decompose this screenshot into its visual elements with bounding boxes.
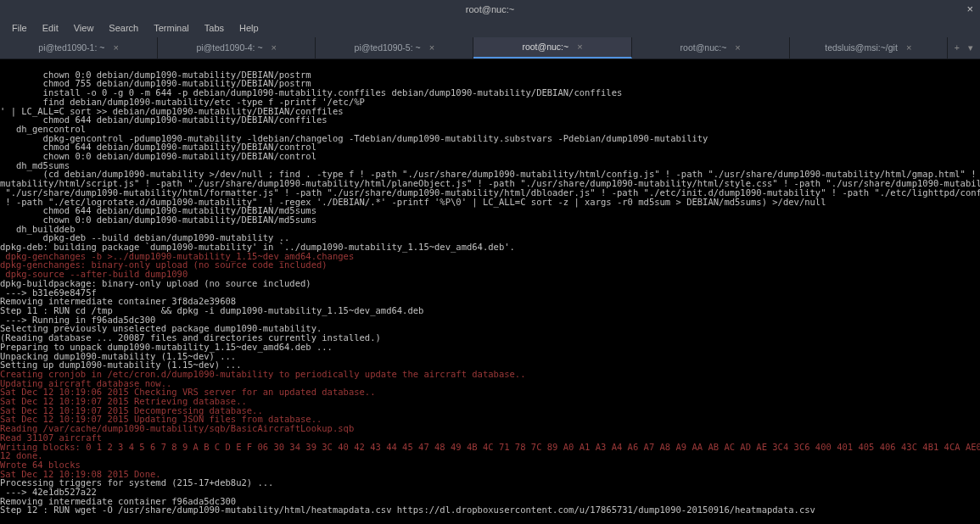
- terminal-line: 12 done.: [0, 451, 980, 460]
- tab-close-icon[interactable]: ×: [906, 42, 911, 53]
- tab-label: pi@ted1090-4: ~: [196, 42, 262, 54]
- tab-controls: +▾: [948, 37, 980, 59]
- menu-view[interactable]: View: [67, 20, 101, 36]
- tab-5[interactable]: tedsluis@msi:~/git×: [790, 37, 948, 59]
- new-tab-icon[interactable]: +: [955, 42, 960, 54]
- tab-close-icon[interactable]: ×: [735, 42, 740, 53]
- terminal-output[interactable]: chown 0:0 debian/dump1090-mutability/DEB…: [0, 59, 980, 524]
- terminal-line: chown 0:0 debian/dump1090-mutability/DEB…: [0, 152, 980, 161]
- tab-bar: pi@ted1090-1: ~×pi@ted1090-4: ~×pi@ted10…: [0, 37, 980, 59]
- tab-3[interactable]: root@nuc:~×: [473, 37, 631, 59]
- tab-label: tedsluis@msi:~/git: [825, 42, 898, 54]
- tab-label: pi@ted1090-5: ~: [355, 42, 421, 54]
- terminal-line: "./usr/share/dump1090-mutability/html/fo…: [0, 188, 980, 198]
- menu-search[interactable]: Search: [102, 20, 145, 36]
- tab-label: root@nuc:~: [680, 42, 727, 54]
- tab-label: pi@ted1090-1: ~: [38, 42, 104, 54]
- terminal-line: chown 0:0 debian/dump1090-mutability/DEB…: [0, 215, 980, 225]
- tab-close-icon[interactable]: ×: [113, 42, 118, 53]
- tab-1[interactable]: pi@ted1090-4: ~×: [158, 37, 316, 59]
- close-icon[interactable]: ×: [966, 3, 973, 17]
- window-titlebar: root@nuc:~ ×: [0, 0, 980, 19]
- tab-dropdown-icon[interactable]: ▾: [968, 42, 973, 54]
- terminal-line: chmod 644 debian/dump1090-mutability/DEB…: [0, 115, 980, 125]
- menu-edit[interactable]: Edit: [36, 20, 65, 36]
- menu-file[interactable]: File: [5, 20, 34, 36]
- menu-help[interactable]: Help: [232, 20, 266, 36]
- terminal-line: Reading /var/cache/dump1090-mutability/s…: [0, 424, 980, 433]
- tab-close-icon[interactable]: ×: [429, 42, 434, 53]
- terminal-line: Creating cronjob in /etc/cron.d/dump1090…: [0, 370, 980, 379]
- terminal-line: Step 12 : RUN wget -O /usr/share/dump109…: [0, 505, 980, 515]
- terminal-line: Writing blocks: 0 1 2 3 4 5 6 7 8 9 A B …: [0, 443, 980, 452]
- terminal-line: Preparing to unpack dump1090-mutability_…: [0, 343, 980, 352]
- menubar: File Edit View Search Terminal Tabs Help: [0, 19, 980, 37]
- menu-terminal[interactable]: Terminal: [147, 20, 196, 36]
- window-title: root@nuc:~: [466, 3, 514, 15]
- tab-2[interactable]: pi@ted1090-5: ~×: [316, 37, 473, 59]
- tab-4[interactable]: root@nuc:~×: [632, 37, 790, 59]
- terminal-line: Read 31107 aircraft: [0, 433, 980, 443]
- menu-tabs[interactable]: Tabs: [198, 20, 231, 36]
- tab-close-icon[interactable]: ×: [577, 41, 582, 53]
- terminal-line: Processing triggers for systemd (215-17+…: [0, 478, 980, 488]
- tab-label: root@nuc:~: [522, 42, 568, 53]
- terminal-line: dpkg-buildpackage: binary-only upload (n…: [0, 279, 980, 288]
- tab-close-icon[interactable]: ×: [272, 42, 277, 53]
- tab-0[interactable]: pi@ted1090-1: ~×: [0, 37, 158, 59]
- terminal-line: find debian/dump1090-mutability/etc -typ…: [0, 98, 980, 107]
